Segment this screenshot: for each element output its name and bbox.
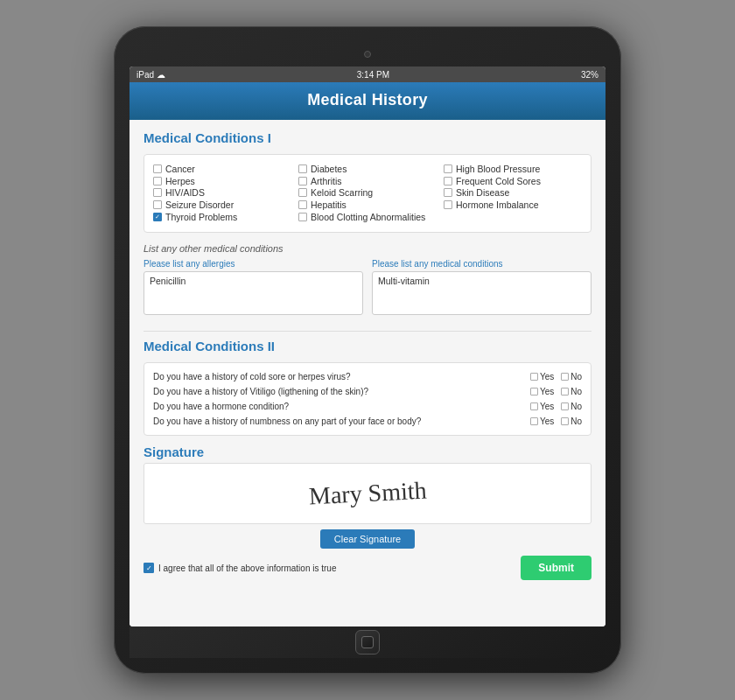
yes-no-numbness: Yes No bbox=[530, 416, 582, 426]
status-right: 32% bbox=[581, 70, 598, 80]
agree-label: I agree that all of the above informatio… bbox=[144, 563, 336, 573]
no-vitiligo: No bbox=[561, 387, 582, 396]
bottom-row: I agree that all of the above informatio… bbox=[144, 556, 592, 580]
condition-diabetes: Diabetes bbox=[298, 164, 437, 176]
yes-no-cold-sore: Yes No bbox=[530, 372, 582, 382]
app-header: Medical History bbox=[130, 82, 606, 120]
question-cold-sore: Do you have a history of cold sore or he… bbox=[153, 372, 582, 382]
checkbox-hiv[interactable] bbox=[153, 188, 162, 197]
condition-keloid: Keloid Scarring bbox=[298, 187, 437, 200]
condition-blood-clotting: Blood Clotting Abnormalities bbox=[298, 212, 437, 224]
conditions-col2: Diabetes Arthritis Keloid Scarring Hepat… bbox=[298, 164, 437, 223]
signature-section: Signature Mary Smith Clear Signature bbox=[144, 444, 592, 549]
question-hormone: Do you have a hormone condition? Yes No bbox=[153, 402, 582, 411]
checkbox-arthritis[interactable] bbox=[298, 177, 307, 186]
allergies-label: Please list any allergies bbox=[144, 259, 363, 269]
yes-no-vitiligo: Yes No bbox=[530, 387, 582, 396]
condition-herpes: Herpes bbox=[153, 176, 291, 188]
status-left: iPad ☁ bbox=[136, 70, 165, 80]
checkbox-yes-hormone[interactable] bbox=[530, 402, 538, 410]
allergies-row: Please list any allergies Penicillin Ple… bbox=[144, 259, 592, 318]
question-vitiligo: Do you have a history of Vitiligo (ligth… bbox=[153, 387, 582, 396]
app-content: Medical Conditions I Cancer Herpes HIV/A… bbox=[130, 120, 606, 626]
checkbox-seizure[interactable] bbox=[153, 200, 162, 209]
checkbox-blood-clotting[interactable] bbox=[298, 213, 307, 221]
checkbox-thyroid[interactable] bbox=[153, 213, 162, 221]
yes-no-hormone: Yes No bbox=[530, 402, 582, 411]
conditions2-section: Do you have a history of cold sore or he… bbox=[144, 362, 592, 436]
condition-hormone-imbalance: Hormone Imbalance bbox=[444, 200, 582, 212]
condition-cancer: Cancer bbox=[153, 164, 291, 176]
condition-cold-sores: Frequent Cold Sores bbox=[444, 176, 582, 188]
yes-numbness: Yes bbox=[530, 416, 554, 426]
section-divider bbox=[144, 331, 592, 332]
checkbox-cancer[interactable] bbox=[153, 164, 162, 173]
conditions-grid: Cancer Herpes HIV/AIDS Seizure Disorder bbox=[144, 154, 592, 233]
checkbox-herpes[interactable] bbox=[153, 177, 162, 186]
condition-thyroid: Thyroid Problems bbox=[153, 212, 291, 224]
condition-arthritis: Arthritis bbox=[298, 176, 437, 188]
no-cold-sore: No bbox=[561, 372, 582, 382]
checkbox-no-numbness[interactable] bbox=[561, 417, 569, 425]
checkbox-skin-disease[interactable] bbox=[444, 188, 452, 197]
section2-title: Medical Conditions II bbox=[144, 339, 592, 354]
allergies-group: Please list any allergies Penicillin bbox=[144, 259, 363, 318]
tablet-camera bbox=[364, 51, 371, 58]
device-label: iPad ☁ bbox=[136, 70, 165, 80]
signature-box[interactable]: Mary Smith bbox=[144, 463, 592, 524]
checkbox-high-bp[interactable] bbox=[444, 164, 452, 173]
checkbox-yes-numbness[interactable] bbox=[530, 417, 538, 425]
yes-cold-sore: Yes bbox=[530, 372, 554, 382]
medical-conditions-group: Please list any medical conditions Multi… bbox=[372, 259, 592, 318]
signature-value: Mary Smith bbox=[308, 477, 427, 511]
yes-vitiligo: Yes bbox=[530, 387, 554, 396]
medical-conditions-label: Please list any medical conditions bbox=[372, 259, 592, 269]
conditions-col1: Cancer Herpes HIV/AIDS Seizure Disorder bbox=[153, 164, 291, 223]
tablet-device: iPad ☁ 3:14 PM 32% Medical History Medic… bbox=[114, 26, 621, 674]
battery-level: 32% bbox=[581, 70, 598, 80]
medical-conditions-input[interactable]: Multi-vitamin bbox=[372, 271, 592, 315]
checkbox-keloid[interactable] bbox=[298, 188, 307, 197]
checkbox-hormone-imbalance[interactable] bbox=[444, 200, 452, 209]
other-conditions-label: List any other medical conditions bbox=[144, 243, 592, 254]
yes-hormone: Yes bbox=[530, 402, 554, 411]
clear-signature-button[interactable]: Clear Signature bbox=[320, 529, 415, 549]
home-button-inner bbox=[361, 636, 374, 648]
condition-hiv: HIV/AIDS bbox=[153, 187, 291, 200]
condition-seizure: Seizure Disorder bbox=[153, 200, 291, 212]
agree-text: I agree that all of the above informatio… bbox=[158, 564, 336, 573]
no-numbness: No bbox=[561, 416, 582, 426]
checkbox-no-cold-sore[interactable] bbox=[561, 373, 569, 381]
checkbox-no-vitiligo[interactable] bbox=[561, 388, 569, 396]
checkbox-diabetes[interactable] bbox=[298, 164, 307, 173]
no-hormone: No bbox=[561, 402, 582, 411]
submit-button[interactable]: Submit bbox=[521, 556, 592, 580]
header-title: Medical History bbox=[307, 91, 428, 108]
condition-hepatitis: Hepatitis bbox=[298, 200, 437, 212]
checkbox-no-hormone[interactable] bbox=[561, 402, 569, 410]
tablet-bottom-bar bbox=[130, 626, 606, 658]
checkbox-yes-vitiligo[interactable] bbox=[530, 388, 538, 396]
conditions-col3: High Blood Pressure Frequent Cold Sores … bbox=[444, 164, 582, 223]
condition-skin-disease: Skin Disease bbox=[444, 187, 582, 200]
checkbox-cold-sores[interactable] bbox=[444, 177, 452, 186]
tablet-top-bar bbox=[130, 42, 606, 66]
status-bar: iPad ☁ 3:14 PM 32% bbox=[130, 66, 606, 82]
question-numbness: Do you have a history of numbness on any… bbox=[153, 416, 582, 426]
checkbox-yes-cold-sore[interactable] bbox=[530, 373, 538, 381]
status-time: 3:14 PM bbox=[357, 70, 389, 80]
signature-title: Signature bbox=[144, 444, 592, 459]
section1-title: Medical Conditions I bbox=[144, 130, 592, 145]
agree-checkbox[interactable] bbox=[144, 563, 154, 573]
condition-high-bp: High Blood Pressure bbox=[444, 164, 582, 176]
home-button[interactable] bbox=[355, 630, 380, 654]
checkbox-hepatitis[interactable] bbox=[298, 200, 307, 209]
allergies-input[interactable]: Penicillin bbox=[144, 271, 363, 315]
tablet-screen: iPad ☁ 3:14 PM 32% Medical History Medic… bbox=[130, 66, 606, 626]
